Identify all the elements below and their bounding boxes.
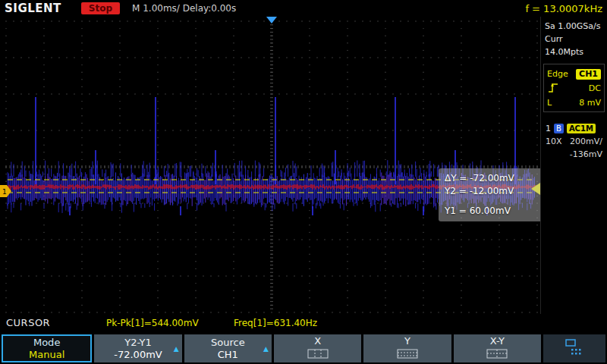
probe-attenuation: 10X — [546, 136, 562, 146]
x-cursors-icon — [307, 347, 329, 362]
trigger-info-box[interactable]: Edge CH1 DC L 8 mV — [543, 64, 605, 112]
oscilloscope-screen: SIGLENT Stop M 1.00ms/ Delay:0.00s f = 1… — [0, 0, 607, 364]
softkey-source-value: CH1 — [218, 349, 238, 360]
softkey-y2y1-value: -72.00mV — [114, 349, 162, 360]
trigger-mode: Edge — [547, 69, 568, 79]
softkey-source-label: Source — [211, 337, 245, 348]
frequency-counter: f = 13.0007kHz — [525, 3, 602, 14]
measurement-freq: Freq[1]=631.40Hz — [234, 318, 317, 328]
brand-logo: SIGLENT — [5, 2, 61, 15]
adjust-arrow-icon: ▲ — [174, 345, 179, 353]
rising-edge-icon — [547, 82, 559, 96]
softkey-menu: Mode Manual Y2-Y1 -72.00mV ▲ Source CH1 … — [0, 333, 607, 364]
measurement-pkpk: Pk-Pk[1]=544.00mV — [106, 318, 199, 328]
softkey-source[interactable]: Source CH1 ▲ — [184, 334, 272, 362]
softkey-y2y1-label: Y2-Y1 — [124, 337, 152, 348]
sample-rate: Sa 1.00GSa/s — [545, 20, 603, 33]
top-bar: SIGLENT Stop M 1.00ms/ Delay:0.00s f = 1… — [0, 0, 607, 17]
right-info-panel: Sa 1.00GSa/s Curr 14.0Mpts Edge CH1 DC L… — [540, 17, 607, 314]
timebase-readout[interactable]: M 1.00ms/ Delay:0.00s — [132, 3, 236, 14]
volts-per-div: 200mV/ — [570, 136, 602, 146]
waveform-svg: 1 — [0, 17, 540, 314]
softkey-xy-label: X-Y — [490, 335, 505, 347]
status-bar: CURSOR Pk-Pk[1]=544.00mV Freq[1]=631.40H… — [0, 314, 607, 333]
xy-cursors-icon — [486, 347, 508, 362]
softkey-y-cursors[interactable]: Y — [363, 334, 451, 362]
active-menu-label: CURSOR — [6, 317, 50, 328]
menu-pages-tile[interactable] — [543, 334, 605, 362]
softkey-mode-value: Manual — [29, 349, 64, 360]
channel-coupling-badge: AC1M — [567, 124, 596, 133]
acquisition-status-badge[interactable]: Stop — [81, 2, 120, 14]
softkey-y-label: Y — [404, 335, 410, 347]
softkey-xy-cursors[interactable]: X-Y — [454, 334, 541, 362]
memory-depth: Curr 14.0Mpts — [545, 33, 603, 58]
channel-info-box[interactable]: 1 B AC1M 10X 200mV/ -136mV — [543, 121, 605, 161]
softkey-y2y1[interactable]: Y2-Y1 -72.00mV ▲ — [94, 334, 181, 362]
cursor-y2-readout: Y2 = -12.00mV — [445, 185, 542, 198]
svg-text:1: 1 — [2, 188, 7, 196]
cursor-delta-y-readout: ΔY = -72.00mV — [445, 172, 542, 185]
channel-offset: -136mV — [570, 149, 602, 159]
menu-grid-icon — [565, 339, 583, 359]
y-cursors-icon — [397, 347, 418, 362]
softkey-x-label: X — [314, 335, 321, 347]
softkey-x-cursors[interactable]: X — [274, 334, 361, 362]
acquisition-info: Sa 1.00GSa/s Curr 14.0Mpts — [541, 17, 607, 60]
bandwidth-limit-badge: B — [554, 124, 564, 133]
trigger-coupling: DC — [589, 83, 601, 93]
adjust-arrow-icon: ▲ — [263, 345, 269, 353]
trigger-source-badge[interactable]: CH1 — [576, 69, 601, 80]
softkey-mode-label: Mode — [33, 337, 60, 348]
trigger-level-value: 8 mV — [579, 98, 601, 108]
cursor-readout-overlay: ΔY = -72.00mV Y2 = -12.00mV Y1 = 60.00mV — [439, 168, 548, 221]
channel-number: 1 — [546, 124, 551, 133]
cursor-y1-readout: Y1 = 60.00mV — [445, 205, 542, 218]
softkey-mode[interactable]: Mode Manual — [2, 334, 92, 362]
trigger-level-label: L — [547, 98, 552, 108]
waveform-area[interactable]: 1 ΔY = -72.00mV Y2 = -12.00mV Y1 = 60.00… — [0, 17, 540, 314]
